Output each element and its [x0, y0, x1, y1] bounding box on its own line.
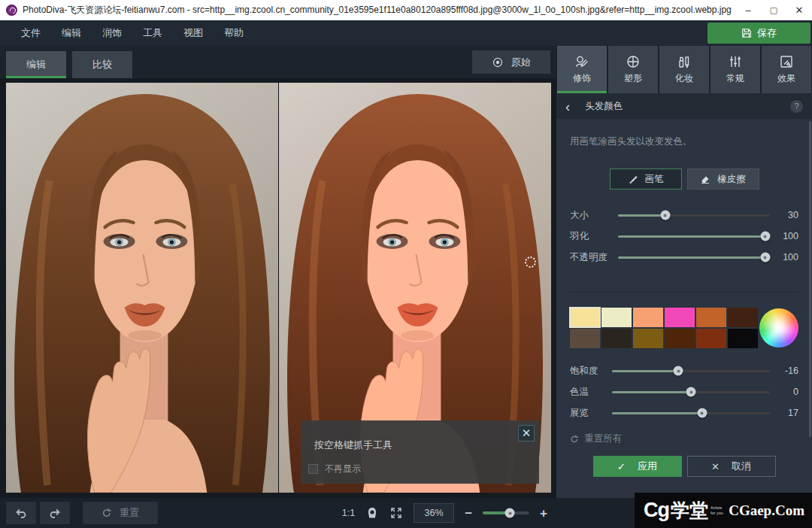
image-canvas[interactable]: 按空格键抓手工具 不再显示 ✕: [6, 83, 551, 493]
slider-track[interactable]: [618, 235, 770, 238]
zoom-out-button[interactable]: −: [465, 507, 472, 520]
panel-tab-label: 修饰: [573, 72, 591, 85]
slider-fill: [618, 235, 765, 238]
slider-thumb[interactable]: [760, 232, 770, 241]
original-button[interactable]: 原始: [472, 50, 550, 74]
menu-item[interactable]: 文件: [11, 20, 51, 46]
slider-thumb[interactable]: [674, 366, 683, 376]
color-swatch[interactable]: [665, 329, 695, 348]
maximize-button[interactable]: ▢: [761, 0, 786, 20]
color-swatch[interactable]: [696, 329, 726, 348]
color-swatch[interactable]: [601, 329, 632, 348]
one-to-one-button[interactable]: 1:1: [342, 508, 355, 518]
fullscreen-button[interactable]: [389, 506, 403, 520]
apply-button[interactable]: ✓ 应用: [593, 456, 682, 477]
panel-scrollbar[interactable]: [809, 121, 811, 437]
makeup-icon: [677, 54, 692, 69]
color-swatch[interactable]: [665, 308, 695, 327]
tool-button[interactable]: 橡皮擦: [687, 168, 759, 190]
panel-tab-label: 常规: [726, 72, 744, 85]
save-button[interactable]: 保存: [707, 23, 810, 44]
watermark-tagline: Artists for you: [710, 505, 723, 514]
color-swatch[interactable]: [728, 308, 758, 327]
editor-tabs: 编辑比较: [6, 51, 138, 78]
reset-all-label: 重置所有: [584, 432, 622, 445]
panel-tab[interactable]: 效果: [762, 46, 811, 93]
slider-track[interactable]: [612, 370, 770, 372]
color-swatch[interactable]: [696, 308, 726, 327]
zoom-in-button[interactable]: +: [540, 507, 547, 520]
slider-row: 大小30: [570, 205, 798, 226]
panel-title: 头发颜色: [585, 100, 623, 113]
slider-fill: [612, 412, 702, 414]
color-swatch[interactable]: [633, 329, 663, 348]
photodiva-window: PhotoDiva-飞天资源论坛-feitianwu7.com - src=ht…: [0, 0, 812, 528]
slider-thumb[interactable]: [760, 253, 770, 262]
title-bar: PhotoDiva-飞天资源论坛-feitianwu7.com - src=ht…: [0, 0, 812, 20]
slider-track[interactable]: [612, 391, 770, 393]
zoom-slider-thumb[interactable]: [505, 508, 515, 518]
brush-icon: [628, 173, 638, 186]
dont-show-checkbox[interactable]: [308, 464, 318, 474]
hair-color-section: [570, 292, 798, 348]
editor-tab[interactable]: 编辑: [6, 51, 66, 78]
tool-button[interactable]: 画笔: [610, 168, 682, 190]
save-icon: [741, 28, 752, 38]
panel-description: 用画笔涂画头发以改变发色。: [570, 135, 798, 148]
panel-tab-label: 塑形: [624, 72, 642, 85]
save-label: 保存: [757, 26, 777, 40]
color-swatch[interactable]: [570, 329, 600, 348]
color-sliders: 饱和度-16色温0展览17: [570, 360, 798, 423]
menu-item[interactable]: 编辑: [51, 20, 92, 46]
slider-fill: [612, 370, 678, 372]
slider-row: 色温0: [570, 381, 798, 402]
zoom-level-field[interactable]: 36%: [414, 503, 454, 523]
menu-item[interactable]: 视图: [173, 20, 214, 46]
menu-item[interactable]: 工具: [132, 20, 173, 46]
portrait-icon: [365, 506, 379, 520]
window-title: PhotoDiva-飞天资源论坛-feitianwu7.com - src=ht…: [23, 4, 735, 17]
reset-button[interactable]: 重置: [83, 502, 158, 524]
close-button[interactable]: ✕: [786, 0, 812, 20]
color-swatch[interactable]: [601, 308, 632, 327]
slider-fill: [612, 391, 691, 393]
slider-track[interactable]: [618, 256, 770, 259]
apply-label: 应用: [638, 460, 657, 473]
color-swatch[interactable]: [728, 329, 758, 348]
panel-tab[interactable]: 修饰: [557, 46, 607, 93]
color-swatch[interactable]: [570, 308, 600, 327]
slider-thumb[interactable]: [697, 408, 707, 418]
slider-label: 色温: [570, 386, 612, 399]
tool-button-label: 画笔: [645, 173, 664, 186]
undo-icon: [14, 506, 28, 520]
editor-tab[interactable]: 比较: [72, 51, 132, 78]
brush-eraser-toggle: 画笔橡皮擦: [570, 168, 798, 190]
panel-tab[interactable]: 化妆: [659, 46, 709, 93]
slider-track[interactable]: [612, 412, 770, 414]
redo-button[interactable]: [40, 502, 70, 524]
back-chevron-icon[interactable]: ‹: [565, 99, 570, 114]
slider-thumb[interactable]: [660, 211, 670, 220]
window-controls: – ▢ ✕: [735, 0, 812, 20]
cancel-label: 取消: [732, 460, 751, 473]
color-wheel[interactable]: [759, 308, 798, 347]
panel-tab[interactable]: 常规: [710, 46, 760, 93]
menu-item[interactable]: 润饰: [92, 20, 132, 46]
undo-button[interactable]: [6, 502, 36, 524]
minimize-button[interactable]: –: [735, 0, 761, 20]
brush-cursor: [525, 256, 536, 268]
editor-area: 编辑比较 原始 按空格键抓手工具: [0, 46, 556, 498]
editor-tab-bar: 编辑比较 原始: [0, 46, 556, 78]
help-icon[interactable]: ?: [790, 100, 803, 113]
slider-track[interactable]: [618, 214, 770, 217]
cancel-button[interactable]: ✕ 取消: [687, 456, 776, 477]
menu-item[interactable]: 帮助: [214, 20, 254, 46]
panel-tab[interactable]: 塑形: [608, 46, 658, 93]
zoom-slider[interactable]: [483, 511, 529, 514]
slider-thumb[interactable]: [686, 387, 696, 397]
dont-show-again[interactable]: 不再显示: [308, 463, 361, 475]
reset-all-link[interactable]: 重置所有: [570, 432, 798, 445]
fit-face-button[interactable]: [365, 506, 379, 520]
tooltip-close-button[interactable]: ✕: [518, 425, 535, 442]
color-swatch[interactable]: [633, 308, 663, 327]
